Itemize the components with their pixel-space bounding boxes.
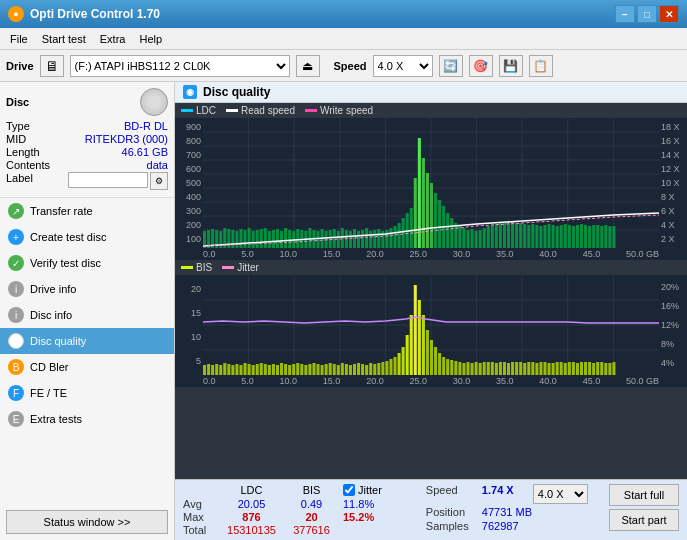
svg-rect-135: [219, 365, 222, 375]
svg-rect-151: [284, 364, 287, 375]
svg-rect-117: [608, 226, 611, 248]
y-right-18x: 18 X: [659, 122, 687, 132]
nav-verify-test-disc-label: Verify test disc: [30, 257, 101, 269]
chart2-legend: BIS Jitter: [175, 260, 687, 275]
x1-45: 45.0: [583, 249, 601, 259]
svg-rect-170: [361, 364, 364, 375]
svg-rect-62: [385, 230, 388, 248]
menu-extra[interactable]: Extra: [94, 31, 132, 47]
menu-file[interactable]: File: [4, 31, 34, 47]
close-button[interactable]: ✕: [659, 5, 679, 23]
svg-rect-70: [418, 138, 421, 248]
nav-extra-tests[interactable]: E Extra tests: [0, 406, 174, 432]
position-row: Position 47731 MB: [426, 506, 605, 518]
settings-button1[interactable]: 🎯: [469, 55, 493, 77]
nav-fe-te[interactable]: F FE / TE: [0, 380, 174, 406]
menu-bar: File Start test Extra Help: [0, 28, 687, 50]
svg-rect-71: [422, 158, 425, 248]
speed-select[interactable]: 4.0 X: [373, 55, 433, 77]
svg-rect-100: [539, 226, 542, 248]
y-label-500: 500: [175, 178, 203, 188]
speed-dropdown[interactable]: 4.0 X: [533, 484, 588, 504]
stats-main: LDC BIS Jitter Avg 20.05 0.49 11.8%: [183, 484, 679, 536]
svg-rect-169: [357, 363, 360, 375]
speed-row: Speed 1.74 X 4.0 X: [426, 484, 605, 504]
settings-button3[interactable]: 📋: [529, 55, 553, 77]
svg-rect-157: [308, 364, 311, 375]
eject-button[interactable]: ⏏: [296, 55, 320, 77]
svg-rect-87: [487, 226, 490, 248]
start-full-button[interactable]: Start full: [609, 484, 679, 506]
svg-rect-210: [523, 363, 526, 375]
samples-value: 762987: [482, 520, 519, 532]
drive-info-icon: i: [8, 281, 24, 297]
app-icon: ●: [8, 6, 24, 22]
nav-cd-bler[interactable]: B CD Bler: [0, 354, 174, 380]
ldc-total-value: 15310135: [219, 524, 284, 536]
avg-row: Avg 20.05 0.49 11.8%: [183, 498, 422, 510]
maximize-button[interactable]: □: [637, 5, 657, 23]
svg-rect-80: [458, 226, 461, 248]
svg-rect-99: [535, 225, 538, 248]
svg-rect-171: [365, 365, 368, 375]
svg-rect-83: [471, 229, 474, 248]
y-right-8x: 8 X: [659, 192, 687, 202]
x1-30: 30.0: [453, 249, 471, 259]
svg-rect-168: [353, 364, 356, 375]
svg-rect-190: [442, 357, 445, 375]
nav-create-test-disc[interactable]: + Create test disc: [0, 224, 174, 250]
drive-icon-button[interactable]: 🖥: [40, 55, 64, 77]
svg-rect-149: [276, 365, 279, 375]
svg-rect-229: [600, 362, 603, 375]
svg-rect-31: [260, 229, 263, 248]
ldc-legend: LDC: [181, 105, 216, 116]
x2-10: 10.0: [280, 376, 298, 386]
nav-create-test-disc-label: Create test disc: [30, 231, 106, 243]
x2-25: 25.0: [409, 376, 427, 386]
nav-verify-test-disc[interactable]: ✓ Verify test disc: [0, 250, 174, 276]
y-right-6x: 6 X: [659, 206, 687, 216]
svg-rect-72: [426, 173, 429, 248]
minimize-button[interactable]: −: [615, 5, 635, 23]
svg-rect-226: [588, 362, 591, 375]
settings-button2[interactable]: 💾: [499, 55, 523, 77]
start-part-button[interactable]: Start part: [609, 509, 679, 531]
y2-10: 10: [175, 332, 203, 342]
charts-area: LDC Read speed Write speed 900 800 700: [175, 103, 687, 479]
menu-help[interactable]: Help: [133, 31, 168, 47]
svg-rect-84: [475, 231, 478, 248]
nav-drive-info[interactable]: i Drive info: [0, 276, 174, 302]
ldc-avg-value: 20.05: [219, 498, 284, 510]
nav-transfer-rate[interactable]: ↗ Transfer rate: [0, 198, 174, 224]
svg-rect-166: [345, 364, 348, 375]
svg-rect-139: [235, 364, 238, 375]
jitter-max-value: 15.2%: [343, 511, 393, 523]
svg-rect-86: [483, 228, 486, 248]
svg-rect-201: [487, 362, 490, 375]
jitter-check-group: Jitter: [343, 484, 382, 496]
nav-disc-quality[interactable]: ★ Disc quality: [0, 328, 174, 354]
refresh-button[interactable]: 🔄: [439, 55, 463, 77]
disc-contents-label: Contents: [6, 159, 50, 171]
chart2-container: 20 15 10 5: [175, 275, 687, 375]
x2-45: 45.0: [583, 376, 601, 386]
bis-legend: BIS: [181, 262, 212, 273]
x1-10: 10.0: [280, 249, 298, 259]
x2-20: 20.0: [366, 376, 384, 386]
svg-rect-85: [479, 230, 482, 248]
menu-start-test[interactable]: Start test: [36, 31, 92, 47]
bis-total-value: 377616: [284, 524, 339, 536]
svg-rect-138: [231, 365, 234, 375]
disc-label-button[interactable]: ⚙: [150, 172, 168, 190]
svg-rect-206: [507, 363, 510, 375]
x1-0: 0.0: [203, 249, 216, 259]
drive-select[interactable]: (F:) ATAPI iHBS112 2 CL0K: [70, 55, 290, 77]
nav-disc-info[interactable]: i Disc info: [0, 302, 174, 328]
svg-rect-189: [438, 353, 441, 375]
jitter-checkbox[interactable]: [343, 484, 355, 496]
status-window-button[interactable]: Status window >>: [6, 510, 168, 534]
svg-rect-221: [568, 362, 571, 375]
svg-rect-106: [564, 224, 567, 248]
disc-label-input[interactable]: [68, 172, 148, 188]
y-right-12x: 12 X: [659, 164, 687, 174]
